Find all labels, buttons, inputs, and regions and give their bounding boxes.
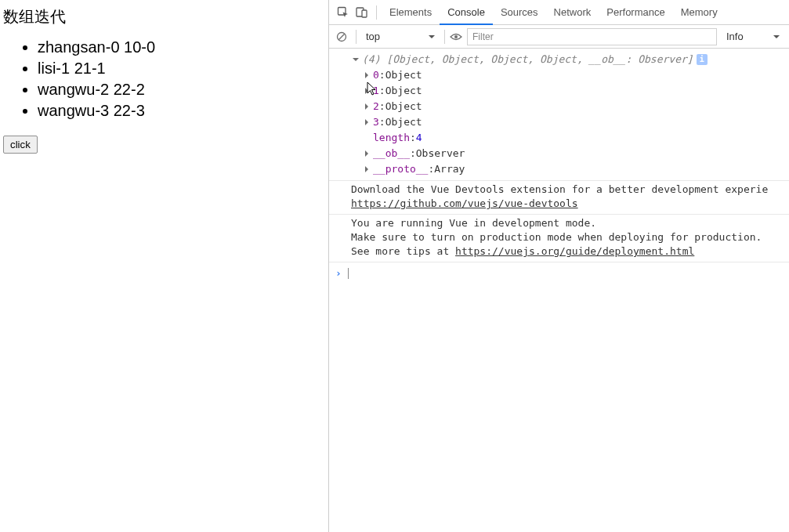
array-summary: (4) [Object, Object, Object, Object, __o… — [362, 52, 693, 67]
array-entry-row[interactable]: 1: Object — [351, 83, 783, 99]
console-message: You are running Vue in development mode.… — [329, 215, 789, 262]
proto-key: __proto__ — [373, 161, 428, 177]
divider — [356, 30, 356, 44]
array-entry-row[interactable]: 3: Object — [351, 114, 783, 130]
length-row: length: 4 — [351, 130, 783, 146]
svg-point-5 — [454, 35, 458, 38]
log-level-label: Info — [726, 31, 744, 42]
ob-row[interactable]: __ob__: Observer — [351, 146, 783, 161]
length-value: 4 — [416, 130, 422, 146]
tab-memory[interactable]: Memory — [673, 0, 726, 25]
array-entry-row[interactable]: 2: Object — [351, 99, 783, 114]
toggle-device-icon[interactable] — [353, 3, 371, 22]
prompt-caret-icon: › — [335, 266, 342, 281]
console-message: Download the Vue Devtools extension for … — [329, 181, 789, 215]
page-title: 数组迭代 — [3, 6, 322, 27]
console-log-array[interactable]: (4) [Object, Object, Object, Object, __o… — [329, 50, 789, 181]
proto-row[interactable]: __proto__: Array — [351, 161, 783, 177]
entry-value: Object — [385, 67, 422, 83]
message-line: Download the Vue Devtools extension for … — [351, 183, 768, 195]
clear-console-icon[interactable] — [332, 29, 351, 45]
list-item: zhangsan-0 10-0 — [38, 37, 322, 58]
tab-elements[interactable]: Elements — [382, 0, 440, 25]
expand-arrow-down-icon[interactable] — [351, 55, 360, 64]
log-level-dropdown[interactable]: Info — [720, 28, 786, 45]
expand-arrow-right-icon[interactable] — [362, 118, 371, 127]
divider — [376, 5, 377, 20]
entry-value: Object — [385, 83, 422, 99]
array-entry-row[interactable]: 0: Object — [351, 67, 783, 83]
message-line: You are running Vue in development mode. — [351, 217, 596, 229]
page-pane: 数组迭代 zhangsan-0 10-0 lisi-1 21-1 wangwu-… — [0, 0, 329, 532]
message-line: Make sure to turn on production mode whe… — [351, 231, 762, 243]
chevron-down-icon — [773, 34, 780, 40]
expand-arrow-right-icon[interactable] — [362, 71, 371, 80]
message-link[interactable]: https://vuejs.org/guide/deployment.html — [455, 245, 694, 257]
array-summary-row[interactable]: (4) [Object, Object, Object, Object, __o… — [351, 52, 783, 67]
message-link[interactable]: https://github.com/vuejs/vue-devtools — [351, 197, 578, 209]
tab-performance[interactable]: Performance — [599, 0, 672, 25]
tab-network[interactable]: Network — [546, 0, 599, 25]
entry-key: 3 — [373, 114, 379, 130]
list-item: wangwu-2 22-2 — [38, 79, 322, 100]
console-input[interactable] — [348, 268, 783, 279]
execution-context-dropdown[interactable]: top — [361, 28, 440, 45]
console-prompt[interactable]: › — [329, 262, 789, 284]
entry-key: 2 — [373, 99, 379, 114]
expand-arrow-right-icon[interactable] — [362, 165, 371, 174]
tab-sources[interactable]: Sources — [493, 0, 546, 25]
expand-arrow-right-icon[interactable] — [362, 86, 371, 96]
ob-value: Observer — [416, 146, 465, 161]
tab-console[interactable]: Console — [440, 0, 493, 25]
page-list: zhangsan-0 10-0 lisi-1 21-1 wangwu-2 22-… — [6, 37, 322, 121]
chevron-down-icon — [429, 34, 435, 40]
length-key: length — [373, 130, 410, 146]
list-item: lisi-1 21-1 — [38, 58, 322, 79]
devtools-pane: Elements Console Sources Network Perform… — [329, 0, 789, 532]
svg-line-4 — [338, 34, 344, 39]
divider — [444, 30, 445, 44]
ob-key: __ob__ — [373, 146, 410, 161]
devtools-tab-bar: Elements Console Sources Network Perform… — [329, 0, 789, 25]
context-label: top — [366, 31, 380, 42]
entry-value: Object — [385, 114, 422, 130]
console-body: (4) [Object, Object, Object, Object, __o… — [329, 49, 789, 532]
entry-value: Object — [385, 99, 422, 114]
click-button[interactable]: click — [3, 136, 38, 154]
live-expression-icon[interactable] — [450, 30, 464, 44]
filter-input[interactable] — [467, 28, 717, 45]
expand-arrow-right-icon[interactable] — [362, 102, 371, 111]
message-line: See more tips at — [351, 245, 455, 257]
svg-rect-2 — [362, 10, 367, 17]
inspect-element-icon[interactable] — [334, 3, 353, 22]
proto-value: Array — [434, 161, 465, 177]
expand-arrow-right-icon[interactable] — [362, 149, 371, 158]
console-toolbar: top Info — [329, 25, 789, 49]
entry-key: 1 — [373, 83, 379, 99]
list-item: wangwu-3 22-3 — [38, 100, 322, 121]
entry-key: 0 — [373, 67, 379, 83]
info-badge-icon[interactable]: i — [697, 54, 708, 65]
